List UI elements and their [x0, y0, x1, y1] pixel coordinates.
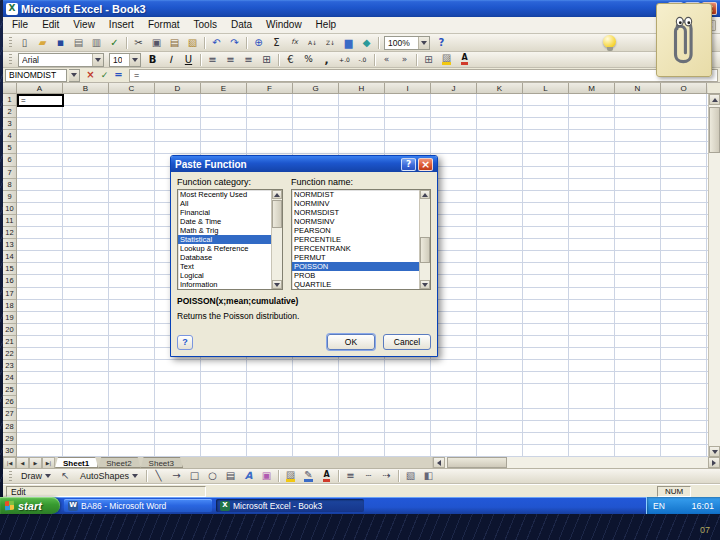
column-header[interactable]: D [155, 83, 201, 93]
row-header[interactable]: 11 [3, 215, 16, 227]
format-painter-icon[interactable]: ▧ [184, 36, 201, 50]
column-header[interactable]: O [661, 83, 707, 93]
autosum-icon[interactable]: Σ [268, 36, 285, 50]
row-header[interactable]: 23 [3, 360, 16, 372]
vertical-scrollbar[interactable] [708, 94, 720, 457]
column-header[interactable]: M [569, 83, 615, 93]
cancel-formula-icon[interactable]: × [84, 69, 97, 81]
row-header[interactable]: 19 [3, 312, 16, 324]
scroll-down-button[interactable] [709, 446, 720, 457]
row-header[interactable]: 13 [3, 239, 16, 251]
category-item[interactable]: Statistical [178, 235, 271, 244]
borders-icon[interactable]: ⊞ [420, 53, 437, 67]
row-header[interactable]: 3 [3, 118, 16, 130]
cut-icon[interactable]: ✂ [130, 36, 147, 50]
menu-item[interactable]: Format [141, 17, 187, 33]
scroll-track[interactable] [420, 199, 430, 280]
paste-function-icon[interactable]: fx [286, 36, 303, 50]
decrease-indent-icon[interactable]: « [378, 53, 395, 67]
row-header[interactable]: 18 [3, 300, 16, 312]
row-header[interactable]: 24 [3, 372, 16, 384]
line-style-icon[interactable]: ≡ [342, 469, 359, 483]
font-size-select[interactable]: 10 [109, 53, 141, 67]
text-box-icon[interactable]: ▤ [222, 469, 239, 483]
v-scroll-thumb[interactable] [709, 107, 720, 153]
open-folder-icon[interactable]: ▰ [34, 36, 51, 50]
autoshapes-menu-button[interactable]: AutoShapes [75, 470, 143, 483]
function-listbox[interactable]: NORMDISTNORMINVNORMSDISTNORMSINVPEARSONP… [291, 189, 431, 290]
menu-item[interactable]: Help [309, 17, 344, 33]
font-color-icon[interactable]: A [456, 53, 473, 67]
column-header[interactable]: C [109, 83, 155, 93]
three-d-icon[interactable]: ◧ [420, 469, 437, 483]
comma-style-icon[interactable]: , [318, 53, 335, 67]
row-header[interactable]: 16 [3, 275, 16, 287]
column-header[interactable]: A [17, 83, 63, 93]
menu-item[interactable]: Insert [102, 17, 141, 33]
scroll-left-button[interactable] [433, 457, 445, 468]
row-header[interactable]: 14 [3, 251, 16, 263]
category-listbox[interactable]: Most Recently UsedAllFinancialDate & Tim… [177, 189, 283, 290]
select-object-icon[interactable]: ↖ [57, 469, 74, 483]
row-header[interactable]: 9 [3, 191, 16, 203]
scroll-up-button[interactable] [709, 94, 720, 105]
menu-item[interactable]: Edit [35, 17, 66, 33]
sheet-tab[interactable]: Sheet3 [141, 457, 183, 468]
formula-input[interactable]: = [129, 69, 718, 82]
function-item[interactable]: NORMINV [292, 199, 419, 208]
font-size-dropdown-icon[interactable] [129, 54, 140, 66]
name-box[interactable]: BINOMDIST [5, 69, 67, 82]
menu-item[interactable]: View [66, 17, 102, 33]
select-all-corner[interactable] [3, 83, 17, 93]
category-list-scrollbar[interactable] [271, 190, 282, 289]
row-header[interactable]: 12 [3, 227, 16, 239]
row-header[interactable]: 10 [3, 203, 16, 215]
category-item[interactable]: All [178, 199, 271, 208]
cancel-button[interactable]: Cancel [383, 334, 431, 350]
row-header[interactable]: 29 [3, 433, 16, 445]
bold-icon[interactable]: B [144, 53, 161, 67]
column-header[interactable]: I [385, 83, 431, 93]
v-scroll-track[interactable] [709, 105, 720, 446]
tab-next-icon[interactable]: ▶ [29, 457, 42, 469]
row-header[interactable]: 1 [3, 94, 16, 106]
category-item[interactable]: Text [178, 262, 271, 271]
shadow-icon[interactable]: ▧ [402, 469, 419, 483]
decrease-decimal-icon[interactable]: -.0 [354, 53, 371, 67]
percent-style-icon[interactable]: % [300, 53, 317, 67]
tab-first-icon[interactable]: |◀ [3, 457, 16, 469]
menu-item[interactable]: Data [224, 17, 259, 33]
oval-icon[interactable]: ○ [204, 469, 221, 483]
function-item[interactable]: PEARSON [292, 226, 419, 235]
arrow-icon[interactable]: → [168, 469, 185, 483]
redo-icon[interactable]: ↷ [226, 36, 243, 50]
toolbar-grip[interactable] [9, 54, 12, 65]
arrow-style-icon[interactable]: ⇢ [378, 469, 395, 483]
row-header[interactable]: 5 [3, 142, 16, 154]
menu-item[interactable]: Window [259, 17, 309, 33]
print-icon[interactable]: ▤ [70, 36, 87, 50]
function-item[interactable]: PERCENTILE [292, 235, 419, 244]
name-box-dropdown-icon[interactable] [69, 69, 80, 82]
office-assistant-help-button[interactable]: ? [177, 335, 193, 350]
menu-item[interactable]: Tools [187, 17, 224, 33]
column-header[interactable]: L [523, 83, 569, 93]
insert-hyperlink-icon[interactable]: ⊕ [250, 36, 267, 50]
copy-icon[interactable]: ▣ [148, 36, 165, 50]
sheet-tab[interactable]: Sheet1 [55, 457, 98, 468]
rectangle-icon[interactable]: □ [186, 469, 203, 483]
active-cell[interactable]: = [17, 94, 64, 107]
align-center-icon[interactable]: ≡ [222, 53, 239, 67]
toolbar-grip[interactable] [9, 471, 12, 482]
row-header[interactable]: 15 [3, 263, 16, 275]
fill-color-draw-icon[interactable]: ▨ [282, 469, 299, 483]
merge-and-center-icon[interactable]: ⊞ [258, 53, 275, 67]
row-header[interactable]: 30 [3, 445, 16, 457]
print-preview-icon[interactable]: ▥ [88, 36, 105, 50]
font-dropdown-icon[interactable] [92, 54, 103, 66]
start-button[interactable]: start [0, 497, 60, 514]
scroll-down-button[interactable] [420, 280, 430, 289]
row-header[interactable]: 20 [3, 324, 16, 336]
column-header[interactable]: G [293, 83, 339, 93]
column-header[interactable]: B [63, 83, 109, 93]
